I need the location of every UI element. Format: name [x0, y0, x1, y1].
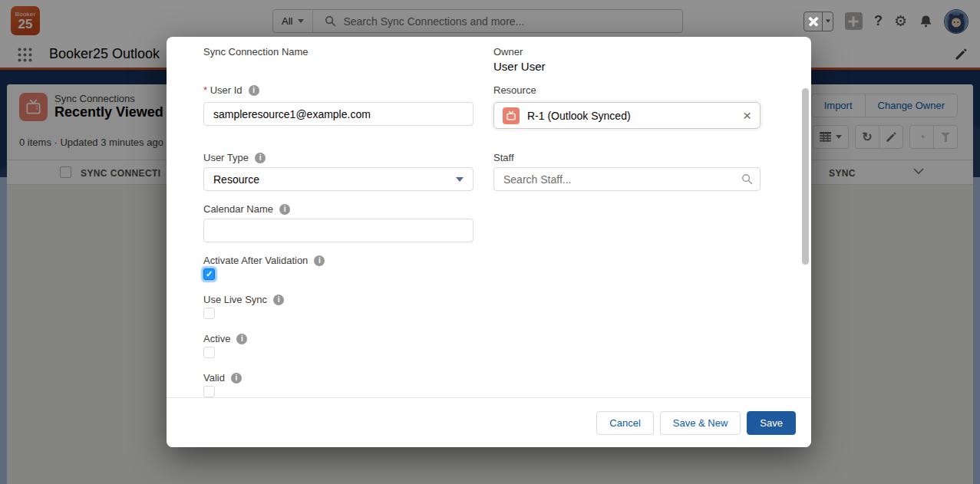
staff-label: Staff	[493, 152, 514, 163]
edit-sync-connection-modal: Sync Connection Name Owner User User * U…	[167, 37, 811, 447]
chevron-down-icon	[456, 177, 464, 182]
cancel-button[interactable]: Cancel	[596, 411, 653, 435]
calendar-name-input[interactable]	[203, 219, 474, 242]
user-type-select[interactable]: Resource	[203, 167, 474, 191]
activate-after-validation-label: Activate After Validation	[203, 255, 325, 266]
resource-label: Resource	[493, 84, 536, 96]
resource-object-icon	[503, 107, 520, 124]
info-icon[interactable]	[236, 334, 247, 344]
sync-connection-name-label: Sync Connection Name	[203, 46, 309, 58]
use-live-sync-checkbox[interactable]	[203, 308, 215, 319]
info-icon[interactable]	[249, 85, 259, 96]
salesforce-app-screen: Booker 25 All	[0, 0, 980, 484]
save-and-new-button[interactable]: Save & New	[660, 411, 741, 435]
calendar-name-label: Calendar Name	[203, 203, 290, 215]
active-checkbox[interactable]	[203, 347, 215, 358]
info-icon[interactable]	[231, 373, 242, 384]
modal-footer: Cancel Save & New Save	[167, 397, 811, 447]
required-asterisk: *	[203, 84, 207, 96]
info-icon[interactable]	[255, 153, 266, 163]
staff-lookup	[493, 167, 761, 191]
resource-pill-text: R-1 (Outlook Synced)	[527, 110, 735, 122]
user-type-value: Resource	[213, 173, 259, 186]
owner-label: Owner	[493, 46, 523, 58]
user-type-label: User Type	[203, 152, 266, 163]
staff-search-input[interactable]	[493, 167, 761, 191]
remove-resource-x-icon[interactable]	[743, 108, 751, 123]
info-icon[interactable]	[273, 295, 284, 305]
activate-after-validation-checkbox[interactable]	[203, 268, 215, 280]
user-id-label: * User Id	[203, 84, 259, 96]
modal-scrollbar-thumb[interactable]	[802, 88, 809, 265]
close-x-icon[interactable]	[804, 12, 822, 31]
info-icon[interactable]	[314, 255, 325, 266]
user-id-input[interactable]	[203, 102, 474, 126]
search-icon	[741, 173, 753, 185]
info-icon[interactable]	[279, 204, 290, 215]
active-label: Active	[203, 333, 247, 344]
resource-lookup-pill: R-1 (Outlook Synced)	[493, 102, 761, 129]
use-live-sync-label: Use Live Sync	[203, 294, 284, 305]
owner-value: User User	[493, 60, 546, 73]
valid-checkbox[interactable]	[203, 386, 215, 397]
valid-label: Valid	[203, 372, 242, 384]
save-button[interactable]: Save	[747, 411, 796, 435]
